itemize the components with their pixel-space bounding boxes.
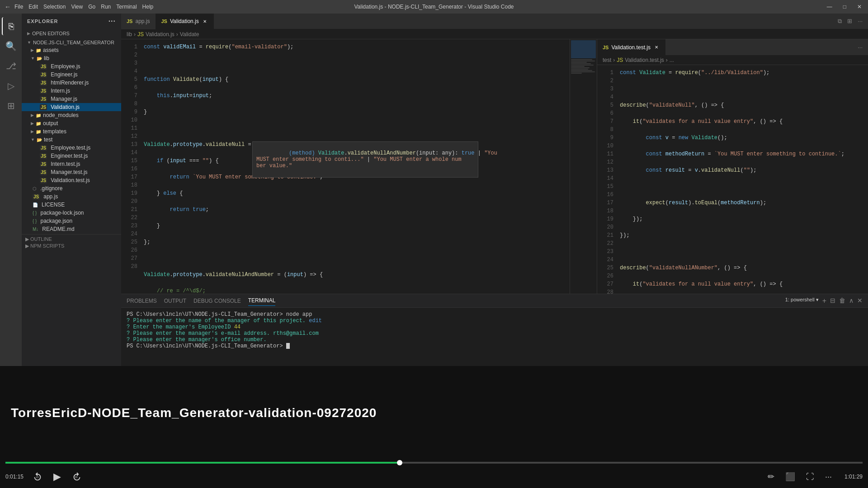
close-button[interactable]: ✕ bbox=[855, 4, 863, 10]
right-breadcrumb-ellipsis[interactable]: ... bbox=[670, 57, 674, 63]
menu-edit[interactable]: Edit bbox=[28, 4, 38, 10]
sidebar-item-engineer-test-js[interactable]: JS Engineer.test.js bbox=[22, 152, 121, 160]
menu-go[interactable]: Go bbox=[88, 4, 95, 10]
progress-bar[interactable] bbox=[5, 462, 863, 464]
sidebar-more-button[interactable]: ··· bbox=[108, 17, 116, 25]
sidebar-item-employee-js[interactable]: JS Employee.js bbox=[22, 62, 121, 70]
sidebar-item-app-js[interactable]: JS app.js bbox=[22, 192, 121, 201]
breadcrumb-lib[interactable]: lib bbox=[127, 31, 132, 38]
test-arrow: ▼ bbox=[31, 137, 35, 142]
validation-test-js-tab-close[interactable]: ✕ bbox=[653, 44, 660, 50]
license-icon: 📄 bbox=[33, 202, 38, 207]
subtitle-button[interactable]: ⬛ bbox=[783, 470, 797, 483]
intern-test-js-label: Intern.test.js bbox=[51, 161, 80, 167]
source-control-activity-icon[interactable]: ⎇ bbox=[2, 57, 20, 75]
progress-dot[interactable] bbox=[397, 460, 402, 465]
extensions-activity-icon[interactable]: ⊞ bbox=[2, 97, 20, 115]
right-line-numbers: 12345 678910 1112131415 1617181920 21222… bbox=[597, 65, 616, 294]
output-tab[interactable]: OUTPUT bbox=[164, 296, 186, 306]
sidebar-item-test[interactable]: ▼ 📂 test bbox=[22, 136, 121, 144]
tab-app-js[interactable]: JS app.js bbox=[121, 14, 156, 29]
run-activity-icon[interactable]: ▷ bbox=[2, 77, 20, 95]
split-editor-button[interactable]: ⧉ bbox=[836, 17, 844, 26]
validation-js-label: Validation.js bbox=[51, 104, 80, 110]
sidebar-item-license[interactable]: 📄 LICENSE bbox=[22, 201, 121, 209]
sidebar-item-intern-test-js[interactable]: JS Intern.test.js bbox=[22, 160, 121, 168]
minimize-button[interactable]: — bbox=[825, 4, 834, 10]
editor-layout-button[interactable]: ⊞ bbox=[845, 17, 854, 26]
edit-button[interactable]: ✏ bbox=[766, 470, 776, 483]
engineer-test-js-icon: JS bbox=[40, 153, 47, 159]
activity-bar: ⎘ 🔍 ⎇ ▷ ⊞ bbox=[0, 14, 22, 366]
sidebar-item-assets[interactable]: ▶ 📁 assets bbox=[22, 46, 121, 54]
manager-js-label: Manager.js bbox=[51, 96, 77, 102]
manager-js-icon: JS bbox=[40, 96, 47, 102]
progress-bar-fill bbox=[5, 462, 400, 464]
back-button[interactable]: ← bbox=[5, 3, 11, 10]
menu-terminal[interactable]: Terminal bbox=[116, 4, 137, 10]
terminal-content[interactable]: PS C:\Users\lncln\UT\NODE.js-CLI_Team_Ge… bbox=[121, 308, 868, 366]
sidebar-item-manager-js[interactable]: JS Manager.js bbox=[22, 95, 121, 103]
right-editor-more-button[interactable]: ··· bbox=[856, 43, 864, 52]
menu-bar: File Edit Selection View Go Run Terminal… bbox=[14, 4, 153, 10]
sidebar: Explorer ··· ▶ OPEN EDITORS ▼ NODE.JS-CL… bbox=[22, 14, 121, 366]
breadcrumb-validation-js[interactable]: Validation.js bbox=[146, 31, 175, 38]
powershell-dropdown[interactable]: 1: powershell ▾ bbox=[785, 297, 819, 305]
sidebar-item-employee-test-js[interactable]: JS Employee.test.js bbox=[22, 144, 121, 152]
sidebar-item-validation-js[interactable]: JS Validation.js bbox=[22, 103, 121, 111]
editor-more-button[interactable]: ··· bbox=[856, 17, 864, 26]
assets-label: assets bbox=[43, 47, 59, 53]
sidebar-item-package-lock-json[interactable]: { } package-lock.json bbox=[22, 209, 121, 217]
outline-label[interactable]: ▶ OUTLINE bbox=[25, 236, 118, 242]
video-controls[interactable]: 0:01:15 10 ▶ 30 ✏ ⬛ ⛶ ··· 1:01:29 bbox=[0, 460, 868, 488]
test-label: test bbox=[44, 136, 52, 143]
sidebar-item-readme-md[interactable]: M↓ README.md bbox=[22, 225, 121, 233]
menu-selection[interactable]: Selection bbox=[43, 4, 66, 10]
validation-js-tab-close[interactable]: ✕ bbox=[202, 19, 208, 24]
sidebar-item-package-json[interactable]: { } package.json bbox=[22, 217, 121, 225]
rewind-button[interactable]: 10 bbox=[31, 470, 44, 483]
menu-run[interactable]: Run bbox=[101, 4, 111, 10]
menu-file[interactable]: File bbox=[14, 4, 23, 10]
menu-help[interactable]: Help bbox=[142, 4, 154, 10]
open-editors-header[interactable]: ▶ OPEN EDITORS bbox=[22, 30, 121, 37]
term-prompt-6: PS C:\Users\lncln\UT\NODE.js-CLI_Team_Ge… bbox=[127, 343, 286, 349]
split-terminal-button[interactable]: ⊟ bbox=[830, 297, 835, 305]
maximize-panel-button[interactable]: ∧ bbox=[849, 297, 854, 305]
right-breadcrumb-test[interactable]: test bbox=[603, 57, 611, 63]
sidebar-item-manager-test-js[interactable]: JS Manager.test.js bbox=[22, 168, 121, 176]
sidebar-item-lib[interactable]: ▼ 📂 lib bbox=[22, 54, 121, 62]
tab-validation-test-js[interactable]: JS Validation.test.js ✕ bbox=[597, 39, 665, 55]
sidebar-item-output[interactable]: ▶ 📁 output bbox=[22, 119, 121, 127]
right-breadcrumb-validation-test-js[interactable]: Validation.test.js bbox=[625, 57, 664, 63]
sidebar-item-intern-js[interactable]: JS Intern.js bbox=[22, 87, 121, 95]
sidebar-item-validation-test-js[interactable]: JS Validation.test.js bbox=[22, 176, 121, 184]
search-activity-icon[interactable]: 🔍 bbox=[2, 37, 20, 55]
forward-button[interactable]: 30 bbox=[70, 470, 84, 483]
explorer-activity-icon[interactable]: ⎘ bbox=[2, 17, 20, 35]
sidebar-item-gitignore[interactable]: ⬡ .gitignore bbox=[22, 184, 121, 192]
close-panel-button[interactable]: ✕ bbox=[857, 297, 863, 305]
problems-tab[interactable]: PROBLEMS bbox=[127, 296, 157, 306]
terminal-tab[interactable]: TERMINAL bbox=[248, 296, 276, 306]
package-lock-json-icon: { } bbox=[33, 211, 37, 216]
fullscreen-button[interactable]: ⛶ bbox=[804, 470, 816, 483]
project-header[interactable]: ▼ NODE.JS-CLI_TEAM_GENERATOR bbox=[22, 39, 121, 46]
menu-view[interactable]: View bbox=[71, 4, 83, 10]
app-js-tab-label: app.js bbox=[135, 18, 150, 24]
delete-terminal-button[interactable]: 🗑 bbox=[839, 297, 845, 305]
debug-console-tab[interactable]: DEBUG CONSOLE bbox=[193, 296, 241, 306]
add-terminal-button[interactable]: + bbox=[822, 297, 826, 305]
maximize-button[interactable]: □ bbox=[841, 4, 848, 10]
tab-validation-js[interactable]: JS Validation.js ✕ bbox=[156, 14, 214, 29]
play-button[interactable]: ▶ bbox=[52, 469, 63, 484]
breadcrumb-validate[interactable]: Validate bbox=[180, 31, 199, 38]
more-options-button[interactable]: ··· bbox=[823, 470, 834, 483]
sidebar-item-engineer-js[interactable]: JS Engineer.js bbox=[22, 70, 121, 79]
sidebar-item-templates[interactable]: ▶ 📁 templates bbox=[22, 127, 121, 136]
project-name-label: NODE.JS-CLI_TEAM_GENERATOR bbox=[33, 40, 114, 45]
npm-scripts-label[interactable]: ▶ NPM SCRIPTS bbox=[25, 243, 118, 249]
sidebar-item-htmlrenderer-js[interactable]: JS htmlRenderer.js bbox=[22, 79, 121, 87]
left-editor-pane: 12345 678910 1112131415 1617181920 21222… bbox=[121, 39, 597, 294]
sidebar-item-node-modules[interactable]: ▶ 📁 node_modules bbox=[22, 111, 121, 119]
